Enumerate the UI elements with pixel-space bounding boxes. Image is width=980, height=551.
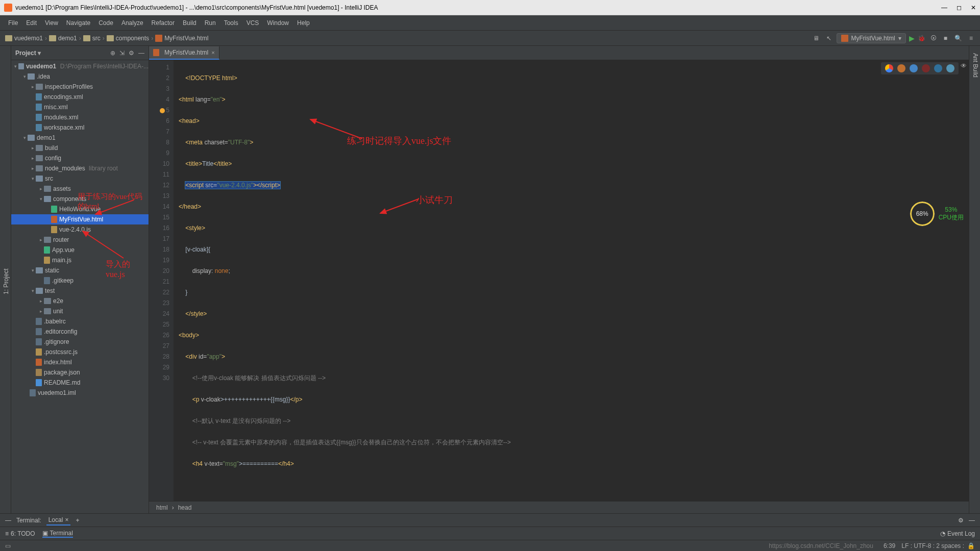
crumb-components[interactable]: components <box>107 35 149 42</box>
crumb-src[interactable]: src <box>83 35 101 42</box>
app-icon <box>4 4 12 12</box>
watermark: https://blog.csdn.net/CCIE_John_zhou <box>769 542 873 549</box>
cpu-widget: 68% 53%CPU使用 <box>910 202 964 226</box>
crumb-root[interactable]: vuedemo1 <box>5 35 43 42</box>
menu-view[interactable]: View <box>41 17 62 29</box>
menu-run[interactable]: Run <box>201 17 220 29</box>
debug-button[interactable]: 🐞 <box>918 35 925 42</box>
close-icon[interactable]: × <box>211 49 214 56</box>
menu-refactor[interactable]: Refactor <box>148 17 179 29</box>
run-button[interactable]: ▶ <box>909 34 915 42</box>
menu-edit[interactable]: Edit <box>22 17 41 29</box>
device-icon[interactable]: 🖥 <box>811 34 821 43</box>
tool-terminal[interactable]: ▣ Terminal <box>42 530 73 538</box>
terminal-strip: — Terminal: Local× + ⚙ — <box>0 513 980 527</box>
breadcrumbs: vuedemo1 › demo1 › src › components › My… <box>5 35 208 42</box>
menubar: File Edit View Navigate Code Analyze Ref… <box>0 15 980 31</box>
editor-tabbar: MyFristVue.html× <box>149 46 969 60</box>
project-panel: Project ▾ ⊕ ⇲ ⚙ — ▾vuedemo1 D:\Program F… <box>11 46 149 513</box>
terminal-hide-icon[interactable]: — <box>5 517 11 524</box>
menu-analyze[interactable]: Analyze <box>117 17 148 29</box>
nav-row: vuedemo1 › demo1 › src › components › My… <box>0 31 980 46</box>
statusbar: ▭ https://blog.csdn.net/CCIE_John_zhou 6… <box>0 540 980 551</box>
status-caret-pos[interactable]: 6:39 <box>884 542 895 549</box>
terminal-minimize-icon[interactable]: — <box>969 517 975 524</box>
menu-tools[interactable]: Tools <box>220 17 242 29</box>
menu-help[interactable]: Help <box>293 17 314 29</box>
code-editor[interactable]: <!DOCTYPE html> <html lang="en"> <head> … <box>174 60 969 501</box>
panel-hide-icon[interactable]: — <box>138 49 144 57</box>
cpu-ring-percent: 68% <box>916 210 928 217</box>
tree-selected-file: MyFristVue.html <box>11 214 149 224</box>
maximize-button[interactable]: ◻ <box>957 4 962 11</box>
menu-code[interactable]: Code <box>94 17 117 29</box>
close-button[interactable]: ✕ <box>971 4 976 11</box>
editor-area: MyFristVue.html× 👁 1 2 3 4 5 6 7 8 9 10 … <box>149 46 969 513</box>
project-panel-title: Project <box>15 49 36 57</box>
terminal-settings-icon[interactable]: ⚙ <box>958 517 964 524</box>
coverage-button[interactable]: ⦿ <box>928 34 939 43</box>
stripe-antbuild[interactable]: Ant Build <box>971 50 980 513</box>
status-hint-icon[interactable]: ▭ <box>5 542 11 549</box>
minimize-button[interactable]: — <box>941 4 947 11</box>
crumb-demo1[interactable]: demo1 <box>49 35 77 42</box>
titlebar: vuedemo1 [D:\Program Files\IntelliJ-IDEA… <box>0 0 980 15</box>
stop-button[interactable]: ■ <box>942 34 949 43</box>
tool-eventlog[interactable]: ◔ Event Log <box>940 530 975 537</box>
menu-navigate[interactable]: Navigate <box>62 17 94 29</box>
window-title: vuedemo1 [D:\Program Files\IntelliJ-IDEA… <box>15 4 378 11</box>
settings-button[interactable]: ≡ <box>967 34 975 43</box>
crumb-file[interactable]: MyFristVue.html <box>155 35 208 42</box>
terminal-add-tab[interactable]: + <box>76 517 79 524</box>
panel-settings-icon[interactable]: ⚙ <box>129 49 134 57</box>
right-tool-stripe: Ant Build m Maven Database <box>969 46 980 513</box>
stripe-project[interactable]: 1: Project <box>2 50 11 513</box>
terminal-tab-local[interactable]: Local× <box>46 515 71 525</box>
stripe-structure[interactable]: 7: Structure <box>0 193 2 513</box>
search-button[interactable]: 🔍 <box>952 34 964 43</box>
menu-vcs[interactable]: VCS <box>242 17 263 29</box>
bottom-tool-strip: ≡ 6: TODO ▣ Terminal ◔ Event Log <box>0 527 980 540</box>
editor-breadcrumb: html›head <box>149 501 969 513</box>
editor-tab[interactable]: MyFristVue.html× <box>149 46 219 60</box>
menu-file[interactable]: File <box>4 17 22 29</box>
line-gutter[interactable]: 1 2 3 4 5 6 7 8 9 10 11 12 13 14 15 16 1… <box>149 60 174 501</box>
tool-todo[interactable]: ≡ 6: TODO <box>5 530 35 537</box>
left-tool-stripe: 1: Project 7: Structure 2: Favorites <box>0 46 11 513</box>
project-tree[interactable]: ▾vuedemo1 D:\Program Files\IntelliJ-IDEA… <box>11 60 149 513</box>
back-icon[interactable]: ↖ <box>824 34 834 43</box>
menu-window[interactable]: Window <box>263 17 293 29</box>
menu-build[interactable]: Build <box>179 17 201 29</box>
panel-collapse-icon[interactable]: ⇲ <box>119 49 125 57</box>
bulb-icon[interactable] <box>160 108 165 113</box>
status-encoding[interactable]: LF : UTF-8 : 2 spaces : <box>901 542 964 549</box>
terminal-label: Terminal: <box>16 517 41 524</box>
panel-target-icon[interactable]: ⊕ <box>110 49 115 57</box>
status-lock-icon[interactable]: 🔒 <box>967 542 975 549</box>
run-config-selector[interactable]: MyFristVue.html▾ <box>837 33 906 43</box>
